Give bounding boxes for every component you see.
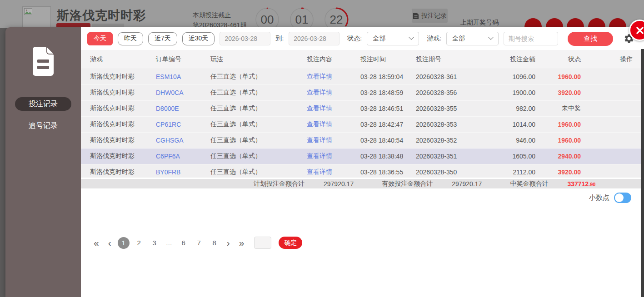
close-icon	[635, 26, 644, 35]
column-header-play: 玩法	[210, 55, 307, 64]
search-button[interactable]: 查找	[568, 32, 613, 46]
cell-content: 查看详情	[307, 89, 360, 97]
decimal-toggle-switch[interactable]	[614, 193, 631, 203]
sidebar-item-chase-record[interactable]: 追号记录	[15, 119, 71, 133]
pagination-bar: « ‹ 123…678 › » 确定 小数点	[81, 188, 644, 297]
filter-today-button[interactable]: 今天	[87, 32, 113, 45]
cell-content: 查看详情	[307, 136, 360, 144]
last-page-button[interactable]: »	[236, 238, 247, 248]
page-jump-input[interactable]	[254, 237, 271, 249]
table-row[interactable]: 斯洛伐克时时彩ESM10A任三直选（单式）查看详情03-28 18:59:042…	[81, 69, 644, 85]
column-header-order: 订单编号	[156, 55, 210, 64]
view-details-link[interactable]: 查看详情	[307, 89, 332, 96]
modal-content: 今天 昨天 近7天 近30天 到: 状态: 全部 游戏: 全部 查找	[81, 27, 644, 297]
win-total-label: 中奖金额合计	[510, 180, 548, 188]
cell-status: 3920.00	[535, 168, 581, 176]
cell-play: 任三直选（单式）	[210, 120, 307, 129]
cell-amount: 1096.00	[492, 73, 535, 80]
order-number-link[interactable]: CP61RC	[156, 121, 181, 128]
page-button-3[interactable]: 3	[149, 237, 160, 249]
cell-order: ESM10A	[156, 73, 210, 80]
page-button-2[interactable]: 2	[133, 237, 145, 249]
cell-game: 斯洛伐克时时彩	[81, 152, 156, 160]
column-header-operation: 操作	[581, 55, 644, 64]
cell-time: 03-28 18:42:47	[360, 121, 416, 128]
betting-record-modal: 投注记录 追号记录 今天 昨天 近7天 近30天 到: 状态: 全部 游戏: 全…	[5, 27, 644, 297]
date-to-input[interactable]	[289, 32, 339, 45]
cell-period: 20260328-361	[416, 73, 492, 80]
page-button-7[interactable]: 7	[193, 237, 205, 249]
table-row[interactable]: 斯洛伐克时时彩C6PF6A任三直选（单式）查看详情03-28 18:38:482…	[81, 148, 644, 164]
table-row[interactable]: 斯洛伐克时时彩CP61RC任三直选（单式）查看详情03-28 18:42:472…	[81, 117, 644, 133]
deadline-label: 本期投注截止	[193, 10, 246, 20]
betting-record-button[interactable]: 投注记录	[411, 8, 448, 23]
status-select[interactable]: 全部	[367, 32, 419, 45]
cell-time: 03-28 18:36:55	[360, 168, 416, 176]
game-select-value: 全部	[452, 35, 465, 43]
column-header-status: 状态	[535, 55, 581, 64]
background-page-header: 斯洛伐克时时彩 本期投注截止 第20260328-461期 00 01 22 投…	[0, 0, 644, 28]
view-details-link[interactable]: 查看详情	[307, 120, 332, 128]
game-title: 斯洛伐克时时彩	[57, 7, 146, 24]
cell-status: 1960.00	[535, 73, 581, 80]
cell-time: 03-28 18:46:51	[360, 105, 416, 112]
last-draw-label: 上期开奖号码	[460, 19, 499, 27]
column-header-content: 投注内容	[307, 55, 360, 64]
view-details-link[interactable]: 查看详情	[307, 152, 332, 159]
view-details-link[interactable]: 查看详情	[307, 168, 332, 175]
confirm-button[interactable]: 确定	[279, 237, 302, 249]
cell-amount: 1605.00	[492, 153, 535, 160]
view-details-link[interactable]: 查看详情	[307, 136, 332, 144]
status-select-value: 全部	[373, 35, 385, 43]
order-number-link[interactable]: DHW0CA	[156, 89, 184, 96]
scrollbar[interactable]	[641, 49, 644, 297]
betting-record-button-label: 投注记录	[421, 12, 447, 20]
filter-bar: 今天 昨天 近7天 近30天 到: 状态: 全部 游戏: 全部 查找	[81, 27, 644, 50]
next-page-button[interactable]: ›	[224, 238, 233, 248]
cell-time: 03-28 18:48:59	[360, 89, 416, 96]
cell-content: 查看详情	[307, 73, 360, 81]
cell-game: 斯洛伐克时时彩	[81, 89, 156, 97]
order-number-link[interactable]: ESM10A	[156, 73, 181, 80]
cell-time: 03-28 18:59:04	[360, 73, 416, 80]
cell-content: 查看详情	[307, 168, 360, 176]
game-label: 游戏:	[427, 35, 441, 43]
cell-period: 20260328-356	[416, 89, 492, 96]
filter-30days-button[interactable]: 近30天	[182, 32, 215, 45]
order-number-link[interactable]: CGHSGA	[156, 137, 184, 144]
first-page-button[interactable]: «	[91, 238, 102, 248]
view-details-link[interactable]: 查看详情	[307, 73, 332, 80]
column-header-period: 投注期号	[416, 55, 492, 64]
table-row[interactable]: 斯洛伐克时时彩DHW0CA任三直选（单式）查看详情03-28 18:48:592…	[81, 85, 644, 101]
page-button-8[interactable]: 8	[209, 237, 220, 249]
table-row[interactable]: 斯洛伐克时时彩D8000E任三直选（单式）查看详情03-28 18:46:512…	[81, 101, 644, 117]
cell-play: 任三直选（单式）	[210, 89, 307, 97]
cell-time: 03-28 18:40:54	[360, 137, 416, 144]
cell-order: CP61RC	[156, 121, 210, 128]
sidebar-item-betting-record[interactable]: 投注记录	[15, 97, 71, 111]
prev-page-button[interactable]: ‹	[105, 238, 114, 248]
decimal-toggle-group: 小数点	[589, 193, 631, 203]
cell-order: DHW0CA	[156, 89, 210, 96]
date-from-input[interactable]	[220, 32, 270, 45]
order-number-link[interactable]: D8000E	[156, 105, 179, 112]
period-search-input[interactable]	[504, 32, 558, 45]
view-details-link[interactable]: 查看详情	[307, 104, 332, 112]
table-row[interactable]: 斯洛伐克时时彩BY0FRB任三直选（单式）查看详情03-28 18:36:552…	[81, 164, 644, 178]
filter-7days-button[interactable]: 近7天	[148, 32, 177, 45]
cell-status: 未中奖	[535, 104, 581, 113]
column-header-amount: 投注金额	[492, 55, 535, 64]
game-select[interactable]: 全部	[446, 32, 499, 45]
order-number-link[interactable]: BY0FRB	[156, 168, 180, 176]
cell-status: 2940.00	[535, 153, 581, 160]
order-number-link[interactable]: C6PF6A	[156, 153, 180, 160]
cell-status: 1960.00	[535, 121, 581, 128]
table-row[interactable]: 斯洛伐克时时彩CGHSGA任三直选（单式）查看详情03-28 18:40:542…	[81, 133, 644, 148]
cell-time: 03-28 18:38:48	[360, 153, 416, 160]
filter-yesterday-button[interactable]: 昨天	[118, 32, 143, 45]
document-icon	[31, 46, 55, 76]
page-button-1[interactable]: 1	[118, 237, 130, 249]
page-button-6[interactable]: 6	[178, 237, 190, 249]
cell-play: 任三直选（单式）	[210, 136, 307, 144]
broken-image-icon	[24, 8, 33, 16]
